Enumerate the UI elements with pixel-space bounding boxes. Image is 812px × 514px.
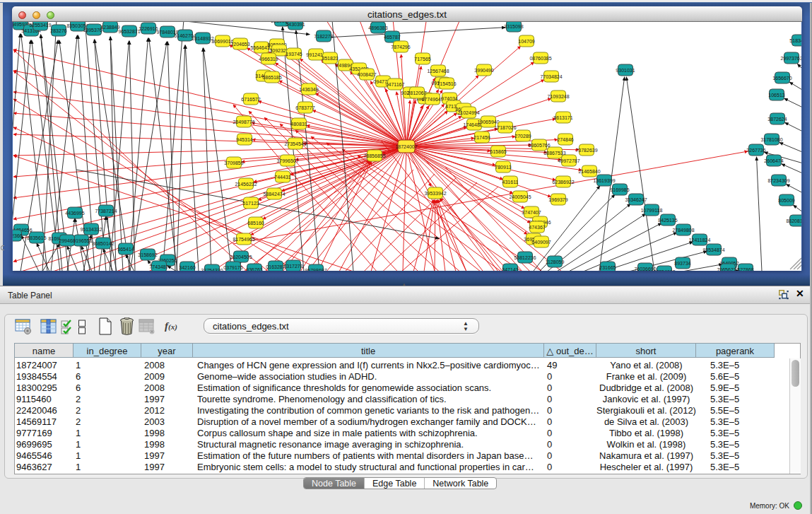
- svg-text:21456232: 21456232: [235, 182, 257, 187]
- svg-text:63605766: 63605766: [528, 143, 550, 148]
- svg-text:780913: 780913: [495, 165, 511, 170]
- svg-text:78856855: 78856855: [363, 153, 385, 158]
- svg-text:4966319: 4966319: [259, 57, 278, 62]
- svg-text:7154516: 7154516: [437, 81, 456, 86]
- svg-text:3267736: 3267736: [746, 148, 765, 153]
- svg-text:4896383: 4896383: [368, 25, 387, 30]
- svg-text:58842474: 58842474: [263, 192, 285, 197]
- svg-text:8317278: 8317278: [283, 264, 302, 269]
- svg-text:7743487: 7743487: [149, 264, 168, 269]
- svg-text:12411824: 12411824: [689, 238, 711, 243]
- svg-text:4008427: 4008427: [357, 72, 376, 77]
- svg-text:299468: 299468: [59, 238, 75, 243]
- svg-text:96532871: 96532871: [118, 29, 140, 34]
- svg-text:104709: 104709: [518, 39, 534, 44]
- svg-text:3990490: 3990490: [474, 68, 493, 73]
- svg-text:7874296: 7874296: [391, 45, 410, 49]
- svg-text:5430391: 5430391: [286, 22, 305, 27]
- svg-text:945314: 945314: [236, 137, 252, 142]
- svg-text:35346247: 35346247: [625, 197, 647, 202]
- svg-text:28498776: 28498776: [233, 119, 254, 124]
- svg-text:67749649: 67749649: [421, 97, 443, 102]
- svg-text:4436995: 4436995: [65, 211, 84, 216]
- svg-text:805009: 805009: [778, 198, 794, 203]
- svg-text:744431: 744431: [274, 175, 290, 180]
- svg-text:8613171: 8613171: [553, 115, 572, 120]
- svg-text:106513: 106513: [768, 93, 784, 98]
- svg-text:217459: 217459: [473, 135, 490, 140]
- svg-text:71093248: 71093248: [547, 94, 569, 99]
- svg-text:1436349: 1436349: [299, 87, 318, 92]
- svg-text:0379176: 0379176: [223, 265, 242, 270]
- svg-text:93534874: 93534874: [702, 247, 724, 252]
- svg-text:974034: 974034: [441, 96, 457, 101]
- svg-text:6409097: 6409097: [531, 240, 551, 245]
- svg-text:365414: 365414: [117, 247, 134, 252]
- svg-text:86850142: 86850142: [92, 241, 114, 246]
- svg-text:3158692: 3158692: [138, 252, 157, 257]
- svg-text:717565: 717565: [414, 57, 430, 62]
- svg-text:24005045: 24005045: [509, 194, 531, 199]
- svg-text:27354549: 27354549: [284, 141, 306, 146]
- svg-text:29973763: 29973763: [780, 56, 801, 61]
- svg-text:2606474: 2606474: [764, 158, 783, 163]
- svg-text:427868: 427868: [737, 267, 753, 271]
- svg-text:5183473: 5183473: [789, 38, 801, 43]
- svg-text:1226916: 1226916: [139, 26, 158, 31]
- svg-text:49972787: 49972787: [558, 158, 579, 163]
- svg-text:270289: 270289: [514, 134, 531, 139]
- svg-text:87234309: 87234309: [767, 178, 789, 183]
- svg-text:17187026: 17187026: [494, 125, 516, 130]
- svg-text:73782639: 73782639: [575, 148, 597, 153]
- svg-text:67054668: 67054668: [653, 269, 675, 271]
- svg-text:7204653: 7204653: [230, 42, 249, 47]
- svg-text:1128059: 1128059: [546, 259, 565, 264]
- svg-text:33754330: 33754330: [201, 268, 223, 271]
- svg-text:431611: 431611: [502, 180, 519, 185]
- svg-text:0163287: 0163287: [266, 264, 285, 269]
- svg-text:52553419: 52553419: [29, 23, 51, 28]
- svg-text:19065940: 19065940: [477, 119, 499, 124]
- svg-text:10799118: 10799118: [641, 208, 663, 213]
- svg-text:88208121: 88208121: [786, 218, 801, 223]
- svg-text:1656670: 1656670: [772, 76, 792, 81]
- svg-text:28148932: 28148932: [192, 36, 213, 41]
- svg-text:465787: 465787: [384, 35, 400, 40]
- svg-text:58867533: 58867533: [543, 151, 565, 156]
- svg-text:18724007: 18724007: [395, 144, 417, 149]
- svg-text:0471167: 0471167: [386, 82, 405, 87]
- svg-text:95134332: 95134332: [80, 227, 102, 232]
- svg-text:77034824: 77034824: [540, 74, 562, 79]
- svg-text:9169985: 9169985: [610, 187, 629, 192]
- svg-text:517123: 517123: [242, 201, 259, 206]
- svg-text:6716572: 6716572: [241, 97, 260, 102]
- svg-text:12567468: 12567468: [427, 69, 449, 74]
- svg-text:31781080: 31781080: [760, 137, 782, 142]
- svg-text:480831: 480831: [290, 122, 307, 127]
- svg-text:615865: 615865: [490, 149, 506, 154]
- svg-text:13619399: 13619399: [593, 178, 615, 183]
- svg-text:2812067: 2812067: [407, 90, 426, 95]
- svg-text:21465840: 21465840: [578, 169, 600, 174]
- svg-text:62386922: 62386922: [552, 180, 574, 185]
- svg-text:936763: 936763: [246, 267, 262, 271]
- svg-text:6783777: 6783777: [295, 105, 314, 110]
- svg-text:482366: 482366: [13, 233, 23, 238]
- svg-text:21024994: 21024994: [457, 110, 479, 115]
- svg-text:55812236: 55812236: [514, 255, 536, 260]
- svg-text:3315098: 3315098: [504, 24, 523, 29]
- svg-text:342160: 342160: [179, 265, 195, 270]
- svg-text:9301031: 9301031: [616, 68, 635, 73]
- svg-text:77387214: 77387214: [95, 209, 117, 214]
- svg-text:351823: 351823: [322, 56, 338, 61]
- svg-text:893734: 893734: [674, 261, 690, 266]
- svg-text:193745: 193745: [286, 52, 302, 57]
- svg-text:95798687: 95798687: [305, 268, 326, 271]
- svg-text:5865185: 5865185: [262, 75, 281, 80]
- svg-text:474367: 474367: [529, 225, 545, 230]
- svg-text:70656272: 70656272: [717, 267, 739, 271]
- svg-text:3872624: 3872624: [767, 117, 787, 122]
- svg-text:1969379: 1969379: [548, 197, 567, 202]
- svg-text:27849808: 27849808: [672, 228, 694, 233]
- svg-text:37996507: 37996507: [276, 158, 298, 163]
